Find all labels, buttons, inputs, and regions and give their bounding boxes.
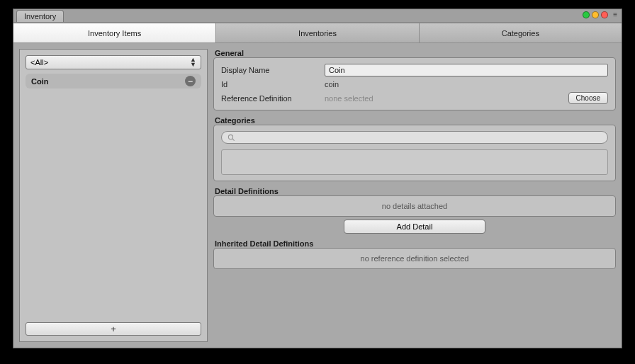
item-list-panel: <All> ▲▼ Coin − + [19, 49, 208, 342]
details-section: Detail Definitions no details attached A… [213, 187, 616, 234]
categories-box [213, 125, 616, 181]
filter-dropdown-label: <All> [30, 58, 48, 67]
add-item-button[interactable]: + [26, 322, 201, 336]
display-name-label: Display Name [221, 66, 320, 74]
add-detail-button[interactable]: Add Detail [344, 220, 485, 234]
id-value: coin [325, 80, 608, 89]
category-list-empty [221, 149, 608, 175]
details-empty: no details attached [213, 195, 616, 217]
window-controls: ≡ [583, 11, 617, 18]
body: <All> ▲▼ Coin − + General Display Name [13, 43, 622, 348]
section-title-categories: Categories [215, 116, 616, 125]
main-tabs: Inventory Items Inventories Categories [13, 23, 622, 43]
filter-dropdown[interactable]: <All> ▲▼ [26, 55, 201, 69]
tab-inventory-items[interactable]: Inventory Items [13, 23, 216, 42]
search-icon [227, 134, 235, 142]
field-reference-definition: Reference Definition none selected Choos… [221, 92, 608, 104]
minus-icon: − [188, 77, 193, 86]
remove-item-button[interactable]: − [185, 76, 196, 86]
section-title-general: General [215, 49, 616, 57]
window-close-button[interactable] [601, 11, 608, 18]
section-title-details: Detail Definitions [215, 187, 616, 195]
window-tabstrip: Inventory ≡ [13, 9, 622, 22]
list-item-label: Coin [31, 77, 48, 86]
item-list: Coin − [26, 74, 201, 318]
field-display-name: Display Name [221, 64, 608, 76]
categories-section: Categories [213, 116, 616, 181]
general-section: General Display Name Id coin Reference D… [213, 49, 616, 110]
svg-line-1 [232, 138, 235, 140]
field-id: Id coin [221, 80, 608, 89]
updown-icon: ▲▼ [190, 57, 196, 67]
display-name-input[interactable] [325, 64, 608, 76]
window-tab-inventory[interactable]: Inventory [16, 10, 64, 22]
inherited-section: Inherited Detail Definitions no referenc… [213, 239, 616, 269]
refdef-value: none selected [325, 94, 564, 103]
inventory-window: Inventory ≡ Inventory Items Inventories … [13, 8, 622, 348]
tab-categories[interactable]: Categories [420, 23, 622, 42]
tab-inventories[interactable]: Inventories [216, 23, 419, 42]
refdef-label: Reference Definition [221, 94, 320, 103]
list-item[interactable]: Coin − [26, 74, 201, 89]
id-label: Id [221, 80, 320, 89]
add-detail-row: Add Detail [213, 220, 616, 234]
category-search[interactable] [221, 131, 608, 144]
inherited-empty: no reference definition selected [213, 248, 616, 269]
window-minimize-button[interactable] [592, 11, 599, 18]
svg-point-0 [228, 135, 232, 139]
section-title-inherited: Inherited Detail Definitions [215, 239, 616, 248]
window-zoom-button[interactable] [583, 11, 590, 18]
general-box: Display Name Id coin Reference Definitio… [213, 57, 616, 110]
category-search-input[interactable] [238, 133, 602, 142]
detail-panel: General Display Name Id coin Reference D… [213, 49, 616, 342]
window-menu-icon[interactable]: ≡ [613, 11, 617, 18]
choose-button[interactable]: Choose [568, 92, 608, 104]
